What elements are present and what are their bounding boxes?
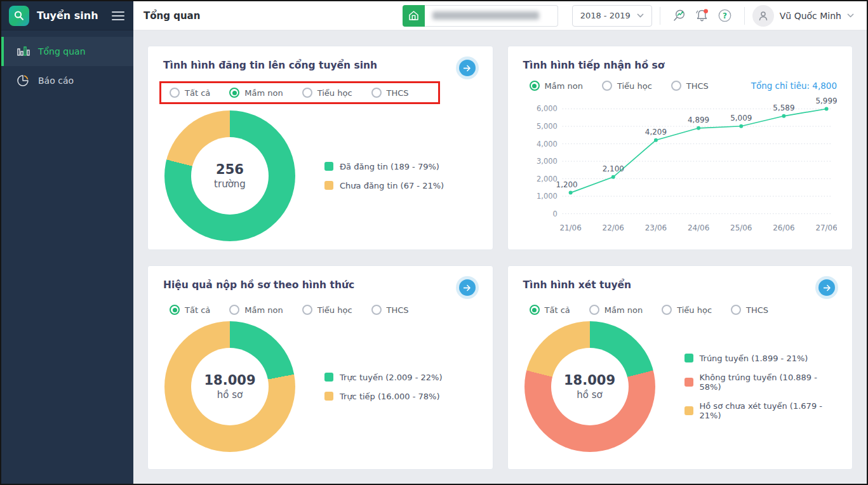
radio-icon[interactable] bbox=[302, 88, 312, 98]
legend-label: Trực tuyến (2.009 - 22%) bbox=[340, 373, 443, 382]
y-tick-label: 2,000 bbox=[536, 175, 557, 183]
radio-mầm-non[interactable]: Mầm non bbox=[530, 81, 583, 91]
radio-label: Mầm non bbox=[244, 88, 283, 98]
sidebar-item-tong-quan[interactable]: Tổng quan bbox=[1, 37, 133, 66]
legend-label: Trúng tuyển (1.899 - 21%) bbox=[700, 354, 808, 363]
bar-chart-icon bbox=[15, 44, 30, 59]
radio-icon[interactable] bbox=[589, 305, 599, 315]
home-icon bbox=[408, 10, 420, 22]
x-tick-label: 27/06 bbox=[815, 223, 837, 232]
radio-icon[interactable] bbox=[170, 88, 180, 98]
card-hieu-qua-nop: Hiệu quả nộp hồ sơ theo hình thức Tất cả… bbox=[147, 265, 493, 470]
legend-label: Đã đăng tin (189 - 79%) bbox=[340, 162, 439, 171]
radio-tất-cả[interactable]: Tất cả bbox=[530, 305, 570, 315]
card-detail-arrow-button[interactable] bbox=[459, 60, 476, 76]
home-button[interactable] bbox=[403, 5, 425, 27]
radio-icon[interactable] bbox=[302, 305, 312, 315]
radio-tiểu-học[interactable]: Tiểu học bbox=[662, 305, 712, 315]
radio-selected-icon[interactable] bbox=[530, 81, 540, 91]
donut-center-unit: trường bbox=[214, 178, 246, 190]
radio-selected-icon[interactable] bbox=[229, 88, 239, 98]
radio-tiểu-học[interactable]: Tiểu học bbox=[302, 88, 352, 98]
radio-tiểu-học[interactable]: Tiểu học bbox=[302, 305, 352, 315]
level-filter-group: Mầm nonTiểu họcTHCS bbox=[530, 81, 709, 91]
radio-thcs[interactable]: THCS bbox=[371, 305, 409, 315]
school-year-value: 2018 - 2019 bbox=[580, 11, 631, 20]
radio-label: THCS bbox=[387, 88, 409, 98]
radio-tất-cả[interactable]: Tất cả bbox=[170, 305, 210, 315]
radio-selected-icon[interactable] bbox=[170, 305, 180, 315]
data-point bbox=[782, 114, 785, 118]
donut-chart-dang-tin: 256 trường bbox=[164, 110, 295, 241]
hamburger-menu-icon[interactable] bbox=[112, 9, 124, 23]
analytics-search-icon bbox=[672, 8, 687, 23]
legend-marker bbox=[324, 181, 333, 190]
notifications-button[interactable] bbox=[691, 4, 714, 27]
radio-label: Mầm non bbox=[545, 81, 583, 91]
legend-item: Hồ sơ chưa xét tuyển (1.679 - 21%) bbox=[684, 401, 838, 420]
analytics-search-button[interactable] bbox=[668, 4, 691, 27]
level-filter-group: Tất cảMầm nonTiểu họcTHCS bbox=[170, 88, 409, 98]
data-point bbox=[611, 175, 615, 179]
svg-text:?: ? bbox=[723, 11, 727, 20]
sidebar-header: Tuyển sinh bbox=[1, 1, 133, 30]
x-tick-label: 25/06 bbox=[730, 223, 752, 232]
x-tick-label: 26/06 bbox=[773, 223, 794, 232]
chevron-down-icon bbox=[637, 13, 644, 18]
quota-label: Tổng chỉ tiêu: 4,800 bbox=[751, 81, 837, 91]
arrow-right-icon bbox=[823, 284, 831, 291]
radio-icon[interactable] bbox=[371, 305, 382, 315]
radio-tất-cả[interactable]: Tất cả bbox=[170, 88, 210, 98]
radio-mầm-non[interactable]: Mầm non bbox=[589, 305, 643, 315]
card-detail-arrow-button[interactable] bbox=[818, 279, 835, 296]
card-dang-tin: Tình hình đăng tin lên cổng tuyển sinh T… bbox=[147, 46, 493, 250]
school-year-select[interactable]: 2018 - 2019 bbox=[572, 5, 652, 27]
avatar bbox=[752, 5, 774, 27]
y-tick-label: 4,000 bbox=[536, 140, 557, 149]
radio-mầm-non[interactable]: Mầm non bbox=[229, 88, 283, 98]
radio-icon[interactable] bbox=[671, 81, 681, 91]
arrow-right-icon bbox=[463, 65, 471, 72]
topbar: Tổng quan 2018 - 2019 bbox=[133, 1, 867, 30]
donut-chart-hieu-qua: 18.009 hồ sơ bbox=[164, 321, 295, 452]
radio-thcs[interactable]: THCS bbox=[671, 81, 709, 91]
redacted-text-blur bbox=[432, 11, 539, 20]
level-filter-group: Tất cảMầm nonTiểu họcTHCS bbox=[530, 305, 838, 315]
card-detail-arrow-button[interactable] bbox=[459, 279, 476, 296]
radio-icon[interactable] bbox=[229, 305, 239, 315]
app-logo bbox=[9, 6, 29, 26]
legend-item: Trực tiếp (16.000 - 78%) bbox=[324, 392, 443, 401]
sidebar-item-bao-cao[interactable]: Báo cáo bbox=[1, 66, 133, 95]
radio-icon[interactable] bbox=[602, 81, 612, 91]
radio-label: THCS bbox=[387, 305, 409, 315]
radio-thcs[interactable]: THCS bbox=[731, 305, 768, 315]
card-title: Tình hình đăng tin lên cổng tuyển sinh bbox=[163, 59, 377, 72]
help-button[interactable]: ? bbox=[714, 4, 737, 27]
data-point bbox=[739, 124, 743, 128]
legend-item: Không trúng tuyển (10.889 - 58%) bbox=[684, 373, 838, 392]
card-title: Tình hình tiếp nhận hồ sơ bbox=[523, 59, 665, 72]
radio-icon[interactable] bbox=[371, 88, 382, 98]
help-icon: ? bbox=[717, 8, 733, 23]
legend-marker bbox=[324, 162, 333, 171]
radio-label: Tiểu học bbox=[317, 305, 352, 315]
radio-label: THCS bbox=[686, 81, 709, 91]
legend-label: Trực tiếp (16.000 - 78%) bbox=[340, 392, 439, 401]
chart-legend: Trực tuyến (2.009 - 22%)Trực tiếp (16.00… bbox=[324, 373, 443, 401]
radio-mầm-non[interactable]: Mầm non bbox=[229, 305, 283, 315]
dashboard-content: Tình hình đăng tin lên cổng tuyển sinh T… bbox=[133, 30, 867, 484]
y-tick-label: 6,000 bbox=[536, 105, 557, 114]
radio-tiểu-học[interactable]: Tiểu học bbox=[602, 81, 652, 91]
radio-icon[interactable] bbox=[662, 305, 672, 315]
user-name: Vũ Quốc Minh bbox=[780, 11, 841, 21]
card-xet-tuyen: Tình hình xét tuyển Tất cảMầm nonTiểu họ… bbox=[507, 265, 853, 470]
chevron-down-icon bbox=[847, 13, 854, 18]
y-tick-label: 3,000 bbox=[536, 157, 557, 166]
radio-icon[interactable] bbox=[731, 305, 741, 315]
user-menu[interactable]: Vũ Quốc Minh bbox=[752, 5, 857, 27]
divider bbox=[744, 7, 745, 25]
radio-selected-icon[interactable] bbox=[530, 305, 540, 315]
divider bbox=[660, 7, 660, 25]
radio-thcs[interactable]: THCS bbox=[371, 88, 409, 98]
search-input[interactable] bbox=[425, 5, 558, 27]
